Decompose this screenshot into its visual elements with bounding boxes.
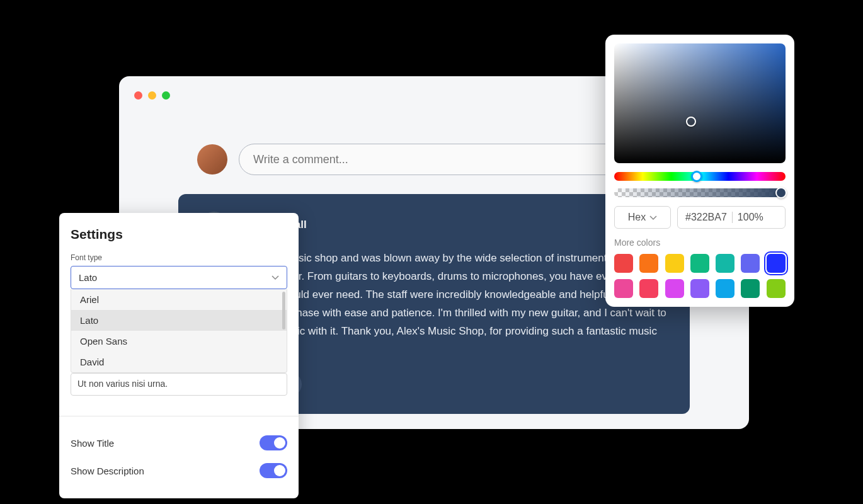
- color-picker: Hex #322BA7 100% More colors: [605, 35, 794, 307]
- hex-input[interactable]: #322BA7 100%: [677, 206, 786, 229]
- alpha-handle[interactable]: [775, 187, 787, 198]
- chevron-down-icon: [271, 275, 279, 280]
- saturation-value-panel[interactable]: [614, 43, 786, 163]
- color-swatch[interactable]: [639, 279, 658, 298]
- font-option-ariel[interactable]: Ariel: [71, 289, 287, 310]
- minimize-window-button[interactable]: [148, 91, 156, 100]
- color-swatch[interactable]: [639, 254, 658, 273]
- swatch-grid: [614, 254, 786, 298]
- color-swatch[interactable]: [690, 279, 709, 298]
- chevron-down-icon: [649, 212, 657, 223]
- color-inputs-row: Hex #322BA7 100%: [614, 206, 786, 229]
- scrollbar[interactable]: [282, 292, 285, 329]
- show-description-row: Show Description: [71, 457, 287, 484]
- font-option-lato[interactable]: Lato: [71, 310, 287, 331]
- color-swatch[interactable]: [767, 279, 786, 298]
- sample-textarea[interactable]: [71, 373, 287, 396]
- divider: [59, 416, 299, 416]
- maximize-window-button[interactable]: [162, 91, 170, 100]
- font-option-open-sans[interactable]: Open Sans: [71, 331, 287, 352]
- color-swatch[interactable]: [665, 254, 684, 273]
- settings-title: Settings: [71, 227, 287, 242]
- hue-handle[interactable]: [691, 171, 702, 182]
- more-colors-label: More colors: [614, 238, 786, 248]
- show-title-toggle[interactable]: [260, 435, 287, 450]
- color-swatch[interactable]: [716, 254, 734, 273]
- font-dropdown-list: Ariel Lato Open Sans David: [71, 289, 287, 373]
- color-swatch[interactable]: [690, 254, 709, 273]
- font-option-david[interactable]: David: [71, 352, 287, 372]
- show-description-label: Show Description: [71, 466, 144, 476]
- color-swatch[interactable]: [614, 254, 633, 273]
- show-title-label: Show Title: [71, 438, 114, 449]
- opacity-value: 100%: [738, 212, 763, 223]
- color-swatch[interactable]: [741, 254, 760, 273]
- comment-compose-row: [197, 144, 671, 175]
- divider: [732, 212, 733, 223]
- settings-panel: Settings Font type Lato Ariel Lato Open …: [59, 213, 299, 498]
- hex-value: #322BA7: [685, 212, 727, 223]
- close-window-button[interactable]: [134, 91, 142, 100]
- color-swatch[interactable]: [665, 279, 684, 298]
- sv-cursor[interactable]: [686, 117, 696, 127]
- show-title-row: Show Title: [71, 429, 287, 457]
- font-type-label: Font type: [71, 253, 287, 262]
- font-select-value: Lato: [79, 272, 97, 283]
- color-swatch[interactable]: [716, 279, 734, 298]
- avatar: [197, 144, 227, 175]
- show-description-toggle[interactable]: [260, 463, 287, 478]
- font-select[interactable]: Lato: [71, 266, 287, 289]
- color-swatch[interactable]: [767, 254, 786, 273]
- color-format-select[interactable]: Hex: [614, 206, 671, 229]
- color-swatch[interactable]: [614, 279, 633, 298]
- color-swatch[interactable]: [741, 279, 760, 298]
- alpha-slider[interactable]: [614, 188, 786, 197]
- color-format-value: Hex: [628, 212, 646, 223]
- hue-slider[interactable]: [614, 172, 786, 181]
